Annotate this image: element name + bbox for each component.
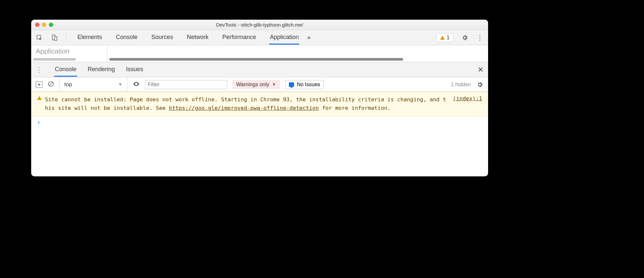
devtools-tabstrip: Elements Console Sources Network Perform… (31, 30, 488, 45)
application-sidebar: Application (31, 45, 107, 62)
main-scrollbar[interactable] (109, 58, 486, 61)
issues-label: No Issues (297, 82, 320, 88)
inspect-element-icon[interactable] (36, 34, 43, 41)
dropdown-icon: ▼ (118, 82, 122, 87)
svg-rect-2 (54, 36, 57, 40)
tab-application[interactable]: Application (269, 30, 299, 45)
console-prompt[interactable]: › (31, 116, 488, 128)
warning-icon (37, 96, 42, 100)
filter-input[interactable] (145, 80, 227, 89)
application-panel-strip: Application (31, 45, 488, 62)
warning-text-post: for more information. (319, 105, 391, 111)
console-sidebar-toggle-icon[interactable] (36, 81, 42, 88)
prompt-caret-icon: › (37, 119, 40, 126)
drawer-tab-issues[interactable]: Issues (125, 63, 144, 77)
tab-sources[interactable]: Sources (151, 30, 174, 45)
tab-console[interactable]: Console (115, 30, 138, 45)
tab-network[interactable]: Network (186, 30, 209, 45)
device-toolbar-icon[interactable] (51, 34, 58, 41)
issues-button[interactable]: No Issues (285, 80, 324, 89)
close-window-button[interactable] (35, 23, 39, 27)
warning-icon (440, 36, 445, 40)
separator (66, 34, 66, 42)
clear-console-icon[interactable] (48, 81, 54, 89)
minimize-window-button[interactable] (42, 23, 46, 27)
traffic-lights (35, 23, 53, 27)
execution-context-selector[interactable]: top ▼ (59, 77, 127, 91)
svg-point-5 (136, 83, 137, 85)
log-level-value: Warnings only (236, 82, 269, 88)
more-tabs-icon[interactable]: » (307, 34, 311, 41)
settings-icon[interactable] (461, 34, 468, 41)
console-warning-row: Site cannot be installed: Page does not … (31, 92, 488, 116)
live-expression-icon[interactable] (133, 80, 140, 89)
issues-badge[interactable]: 1 (437, 33, 453, 42)
console-settings-icon[interactable] (476, 81, 483, 88)
hidden-count: 1 hidden (451, 82, 471, 88)
warning-link[interactable]: https://goo.gle/improved-pwa-offline-det… (169, 105, 319, 111)
devtools-window: DevTools - stitch-glib-typhoon.glitch.me… (31, 20, 488, 176)
warning-message: Site cannot be installed: Page does not … (45, 95, 446, 113)
context-value: top (64, 81, 72, 88)
drawer-tab-rendering[interactable]: Rendering (87, 63, 116, 77)
log-level-selector[interactable]: Warnings only ▼ (232, 80, 280, 89)
sidebar-heading: Application (36, 47, 107, 55)
tab-elements[interactable]: Elements (77, 30, 103, 45)
console-toolbar: top ▼ Warnings only ▼ No Issues 1 hidden (31, 77, 488, 92)
warning-source-link[interactable]: (index):1 (453, 95, 482, 113)
message-icon (289, 82, 294, 87)
close-drawer-icon[interactable]: ✕ (478, 66, 483, 74)
window-title: DevTools - stitch-glib-typhoon.glitch.me… (216, 22, 303, 28)
drawer-tab-console[interactable]: Console (54, 63, 77, 77)
drawer-tabstrip: ⋮ Console Rendering Issues ✕ (31, 62, 488, 77)
drawer-menu-icon[interactable]: ⋮ (36, 66, 42, 74)
window-titlebar: DevTools - stitch-glib-typhoon.glitch.me… (31, 20, 488, 30)
dropdown-icon: ▼ (272, 82, 276, 87)
zoom-window-button[interactable] (49, 23, 53, 27)
svg-line-4 (49, 82, 53, 86)
main-tabs: Elements Console Sources Network Perform… (77, 30, 299, 45)
issues-count: 1 (447, 34, 450, 41)
tab-performance[interactable]: Performance (222, 30, 257, 45)
application-main-pane (107, 45, 488, 62)
sidebar-scrollbar[interactable] (33, 58, 105, 61)
